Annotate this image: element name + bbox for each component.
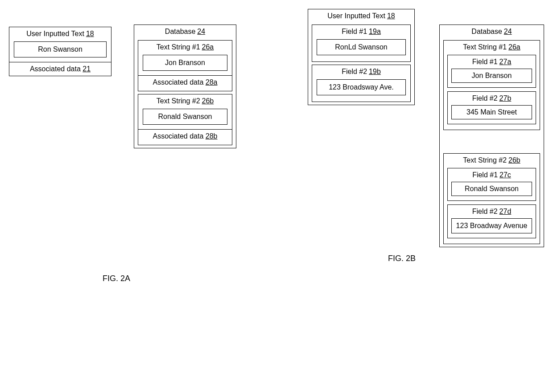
figA-ts1-ref: 26a [202, 43, 214, 51]
figA-user-input-assoc-label: Associated data [30, 65, 81, 73]
figA-text-string-1: Text String #1 26a Jon Branson Associate… [138, 40, 232, 91]
figB-ts2-f1-label: Field #1 [472, 171, 498, 179]
figB-user-f1-value: RonLd Swanson [317, 39, 406, 55]
figA-text-string-2: Text String #2 26b Ronald Swanson Associ… [138, 94, 232, 145]
figB-ts2-field1: Field #1 27c Ronald Swanson [447, 168, 536, 201]
figB-ts1-field1: Field #1 27a Jon Branson [447, 55, 536, 88]
figB-user-input-field2: Field #2 19b 123 Broadsway Ave. [312, 65, 411, 102]
figA-database-ref: 24 [197, 28, 205, 36]
figB-ts1-field2: Field #2 27b 345 Main Street [447, 91, 536, 124]
figB-ts1-f1-label: Field #1 [472, 58, 498, 66]
figB-caption: FIG. 2B [388, 254, 416, 263]
figB-user-input-ref: 18 [387, 12, 395, 20]
figB-user-f2-value: 123 Broadsway Ave. [317, 79, 406, 95]
figB-ts1-f2-ref: 27b [499, 94, 512, 102]
figA-ts1-value: Jon Branson [143, 55, 227, 71]
figA-user-input-title: User Inputted Text 18 [9, 27, 111, 40]
figB-user-input-title: User Inputted Text 18 [308, 9, 414, 22]
figA-user-input-label: User Inputted Text [26, 30, 84, 38]
figB-gap [440, 133, 544, 151]
figB-user-f1-ref: 19a [369, 28, 381, 36]
figB-database-title: Database 24 [440, 25, 544, 37]
figB-ts2-label: Text String #2 [463, 156, 507, 164]
figA-ts2-value: Ronald Swanson [143, 109, 227, 125]
figB-ts1-ref: 26a [508, 43, 520, 51]
figA-user-input-ref: 18 [86, 30, 94, 38]
figB-user-inputted-text: User Inputted Text 18 Field #1 19a RonLd… [308, 9, 415, 105]
figA-user-input-assoc-ref: 21 [83, 65, 91, 73]
figA-database-label: Database [165, 28, 196, 36]
figB-database: Database 24 Text String #1 26a Field #1 … [439, 24, 544, 247]
figB-ts2-f2-ref: 27d [499, 208, 512, 216]
figB-ts1-title: Text String #1 26a [444, 41, 540, 53]
diagram-page: User Inputted Text 18 Ron Swanson Associ… [0, 0, 553, 392]
figA-ts1-assoc: Associated data 28a [138, 75, 232, 89]
figA-caption: FIG. 2A [103, 274, 130, 283]
figA-database-title: Database 24 [134, 25, 236, 37]
figA-user-inputted-text: User Inputted Text 18 Ron Swanson Associ… [9, 27, 111, 76]
figB-user-f2-title: Field #2 19b [312, 65, 410, 78]
figB-ts1-f2-label: Field #2 [472, 94, 498, 102]
figB-ts2-f1-title: Field #1 27c [448, 168, 536, 181]
figA-ts1-assoc-ref: 28a [206, 78, 218, 86]
figB-ts2-f2-title: Field #2 27d [448, 205, 536, 217]
figB-ts1-f1-ref: 27a [499, 58, 512, 66]
figB-user-f1-label: Field #1 [342, 28, 367, 36]
figB-ts2-f2-value: 123 Broadway Avenue [451, 218, 532, 233]
figB-ts2-f2-label: Field #2 [472, 208, 498, 216]
figA-ts1-assoc-label: Associated data [153, 78, 203, 86]
figB-ts2-f1-ref: 27c [499, 171, 511, 179]
figA-ts1-title: Text String #1 26a [138, 41, 232, 53]
figB-text-string-1: Text String #1 26a Field #1 27a Jon Bran… [443, 40, 540, 130]
figB-ts1-label: Text String #1 [463, 43, 507, 51]
figB-ts2-title: Text String #2 26b [444, 154, 540, 166]
figA-ts2-assoc: Associated data 28b [138, 129, 232, 143]
figA-ts2-title: Text String #2 26b [138, 94, 232, 107]
figA-ts1-label: Text String #1 [157, 43, 200, 51]
figB-ts2-ref: 26b [508, 156, 520, 164]
figA-ts2-assoc-label: Associated data [153, 132, 203, 140]
figA-ts2-label: Text String #2 [157, 97, 200, 105]
figA-database: Database 24 Text String #1 26a Jon Brans… [134, 24, 236, 148]
figB-ts2-field2: Field #2 27d 123 Broadway Avenue [447, 204, 536, 238]
figB-database-label: Database [471, 28, 502, 36]
figB-text-string-2: Text String #2 26b Field #1 27c Ronald S… [443, 153, 540, 244]
figB-user-f2-label: Field #2 [342, 68, 367, 76]
figB-ts1-f1-title: Field #1 27a [448, 55, 536, 68]
figB-ts2-f1-value: Ronald Swanson [451, 182, 532, 196]
figB-user-input-label: User Inputted Text [327, 12, 385, 20]
figA-user-input-assoc: Associated data 21 [9, 62, 111, 76]
figB-ts1-f2-title: Field #2 27b [448, 92, 536, 104]
figB-user-input-field1: Field #1 19a RonLd Swanson [312, 24, 411, 62]
figA-ts2-assoc-ref: 28b [206, 132, 218, 140]
figB-database-ref: 24 [504, 28, 512, 36]
figB-user-f2-ref: 19b [369, 68, 381, 76]
figB-ts1-f1-value: Jon Branson [451, 69, 532, 83]
figB-user-f1-title: Field #1 19a [312, 25, 410, 37]
figB-ts1-f2-value: 345 Main Street [451, 105, 532, 119]
figA-user-input-value: Ron Swanson [14, 41, 107, 57]
figA-ts2-ref: 26b [202, 97, 214, 105]
